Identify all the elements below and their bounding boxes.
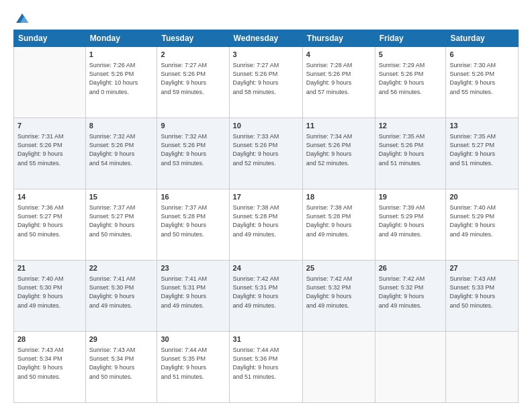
- day-number: 31: [233, 334, 299, 345]
- weekday-tuesday: Tuesday: [157, 30, 229, 47]
- day-number: 7: [17, 121, 82, 131]
- weekday-header-row: SundayMondayTuesdayWednesdayThursdayFrid…: [14, 30, 519, 47]
- day-cell: [14, 47, 86, 118]
- day-number: 21: [17, 263, 82, 273]
- week-row-1: 1Sunrise: 7:26 AM Sunset: 5:26 PM Daylig…: [14, 47, 519, 118]
- header: [13, 11, 519, 23]
- day-info: Sunrise: 7:42 AM Sunset: 5:31 PM Dayligh…: [233, 275, 299, 310]
- calendar-table: SundayMondayTuesdayWednesdayThursdayFrid…: [13, 30, 519, 403]
- day-number: 29: [89, 334, 154, 345]
- day-number: 19: [379, 192, 443, 202]
- day-info: Sunrise: 7:39 AM Sunset: 5:29 PM Dayligh…: [379, 203, 443, 238]
- day-info: Sunrise: 7:38 AM Sunset: 5:28 PM Dayligh…: [233, 203, 299, 238]
- day-cell: 9Sunrise: 7:32 AM Sunset: 5:26 PM Daylig…: [157, 118, 229, 189]
- day-cell: 8Sunrise: 7:32 AM Sunset: 5:26 PM Daylig…: [85, 118, 157, 189]
- day-cell: [302, 332, 375, 403]
- logo-icon: [15, 11, 30, 26]
- day-number: 3: [233, 50, 299, 60]
- day-cell: 20Sunrise: 7:40 AM Sunset: 5:29 PM Dayli…: [446, 189, 519, 261]
- day-number: 16: [161, 192, 225, 202]
- day-number: 18: [306, 192, 371, 202]
- day-number: 27: [449, 263, 515, 273]
- day-number: 15: [89, 192, 154, 202]
- day-info: Sunrise: 7:41 AM Sunset: 5:30 PM Dayligh…: [89, 275, 154, 310]
- day-number: 22: [89, 263, 154, 273]
- day-info: Sunrise: 7:43 AM Sunset: 5:34 PM Dayligh…: [89, 346, 154, 381]
- day-number: 12: [379, 121, 443, 131]
- weekday-thursday: Thursday: [302, 30, 375, 47]
- day-number: 6: [449, 50, 515, 60]
- day-number: 26: [379, 263, 443, 273]
- day-cell: 29Sunrise: 7:43 AM Sunset: 5:34 PM Dayli…: [85, 332, 157, 403]
- day-cell: 30Sunrise: 7:44 AM Sunset: 5:35 PM Dayli…: [157, 332, 229, 403]
- day-number: 11: [306, 121, 371, 131]
- day-info: Sunrise: 7:41 AM Sunset: 5:31 PM Dayligh…: [161, 275, 225, 310]
- day-cell: 3Sunrise: 7:27 AM Sunset: 5:26 PM Daylig…: [229, 47, 302, 118]
- day-info: Sunrise: 7:35 AM Sunset: 5:27 PM Dayligh…: [449, 132, 515, 167]
- day-cell: [375, 332, 446, 403]
- day-info: Sunrise: 7:33 AM Sunset: 5:26 PM Dayligh…: [233, 132, 299, 167]
- day-info: Sunrise: 7:44 AM Sunset: 5:36 PM Dayligh…: [233, 346, 299, 381]
- day-cell: 5Sunrise: 7:29 AM Sunset: 5:26 PM Daylig…: [375, 47, 446, 118]
- day-number: 20: [449, 192, 515, 202]
- day-cell: 2Sunrise: 7:27 AM Sunset: 5:26 PM Daylig…: [157, 47, 229, 118]
- weekday-saturday: Saturday: [446, 30, 519, 47]
- day-number: 14: [17, 192, 82, 202]
- page: SundayMondayTuesdayWednesdayThursdayFrid…: [0, 0, 532, 411]
- week-row-5: 28Sunrise: 7:43 AM Sunset: 5:34 PM Dayli…: [14, 332, 519, 403]
- day-number: 2: [161, 50, 225, 60]
- day-cell: 4Sunrise: 7:28 AM Sunset: 5:26 PM Daylig…: [302, 47, 375, 118]
- day-info: Sunrise: 7:42 AM Sunset: 5:32 PM Dayligh…: [306, 275, 371, 310]
- day-cell: 18Sunrise: 7:38 AM Sunset: 5:28 PM Dayli…: [302, 189, 375, 261]
- day-info: Sunrise: 7:34 AM Sunset: 5:26 PM Dayligh…: [306, 132, 371, 167]
- day-cell: 24Sunrise: 7:42 AM Sunset: 5:31 PM Dayli…: [229, 261, 302, 332]
- day-info: Sunrise: 7:30 AM Sunset: 5:26 PM Dayligh…: [449, 61, 515, 96]
- weekday-monday: Monday: [85, 30, 157, 47]
- day-cell: 27Sunrise: 7:43 AM Sunset: 5:33 PM Dayli…: [446, 261, 519, 332]
- day-cell: 15Sunrise: 7:37 AM Sunset: 5:27 PM Dayli…: [85, 189, 157, 261]
- day-number: 9: [161, 121, 225, 131]
- day-info: Sunrise: 7:38 AM Sunset: 5:28 PM Dayligh…: [306, 203, 371, 238]
- weekday-wednesday: Wednesday: [229, 30, 302, 47]
- day-cell: 17Sunrise: 7:38 AM Sunset: 5:28 PM Dayli…: [229, 189, 302, 261]
- week-row-3: 14Sunrise: 7:36 AM Sunset: 5:27 PM Dayli…: [14, 189, 519, 261]
- day-info: Sunrise: 7:31 AM Sunset: 5:26 PM Dayligh…: [17, 132, 82, 167]
- day-number: 8: [89, 121, 154, 131]
- day-number: 28: [17, 334, 82, 345]
- day-info: Sunrise: 7:27 AM Sunset: 5:26 PM Dayligh…: [161, 61, 225, 96]
- day-info: Sunrise: 7:40 AM Sunset: 5:30 PM Dayligh…: [17, 275, 82, 310]
- day-cell: 13Sunrise: 7:35 AM Sunset: 5:27 PM Dayli…: [446, 118, 519, 189]
- day-info: Sunrise: 7:28 AM Sunset: 5:26 PM Dayligh…: [306, 61, 371, 96]
- day-number: 25: [306, 263, 371, 273]
- day-cell: 26Sunrise: 7:42 AM Sunset: 5:32 PM Dayli…: [375, 261, 446, 332]
- day-info: Sunrise: 7:44 AM Sunset: 5:35 PM Dayligh…: [161, 346, 225, 381]
- day-info: Sunrise: 7:32 AM Sunset: 5:26 PM Dayligh…: [89, 132, 154, 167]
- day-cell: 16Sunrise: 7:37 AM Sunset: 5:28 PM Dayli…: [157, 189, 229, 261]
- day-cell: 19Sunrise: 7:39 AM Sunset: 5:29 PM Dayli…: [375, 189, 446, 261]
- day-info: Sunrise: 7:32 AM Sunset: 5:26 PM Dayligh…: [161, 132, 225, 167]
- day-cell: 14Sunrise: 7:36 AM Sunset: 5:27 PM Dayli…: [14, 189, 86, 261]
- day-number: 4: [306, 50, 371, 60]
- week-row-2: 7Sunrise: 7:31 AM Sunset: 5:26 PM Daylig…: [14, 118, 519, 189]
- day-info: Sunrise: 7:37 AM Sunset: 5:28 PM Dayligh…: [161, 203, 225, 238]
- day-number: 17: [233, 192, 299, 202]
- day-info: Sunrise: 7:36 AM Sunset: 5:27 PM Dayligh…: [17, 203, 82, 238]
- day-cell: 12Sunrise: 7:35 AM Sunset: 5:26 PM Dayli…: [375, 118, 446, 189]
- day-number: 13: [449, 121, 515, 131]
- day-cell: 23Sunrise: 7:41 AM Sunset: 5:31 PM Dayli…: [157, 261, 229, 332]
- day-info: Sunrise: 7:27 AM Sunset: 5:26 PM Dayligh…: [233, 61, 299, 96]
- day-cell: 21Sunrise: 7:40 AM Sunset: 5:30 PM Dayli…: [14, 261, 86, 332]
- day-cell: 1Sunrise: 7:26 AM Sunset: 5:26 PM Daylig…: [85, 47, 157, 118]
- day-cell: [446, 332, 519, 403]
- day-number: 30: [161, 334, 225, 345]
- logo: [13, 11, 30, 23]
- weekday-sunday: Sunday: [14, 30, 86, 47]
- day-cell: 6Sunrise: 7:30 AM Sunset: 5:26 PM Daylig…: [446, 47, 519, 118]
- day-cell: 7Sunrise: 7:31 AM Sunset: 5:26 PM Daylig…: [14, 118, 86, 189]
- day-number: 24: [233, 263, 299, 273]
- day-number: 5: [379, 50, 443, 60]
- weekday-friday: Friday: [375, 30, 446, 47]
- day-cell: 11Sunrise: 7:34 AM Sunset: 5:26 PM Dayli…: [302, 118, 375, 189]
- day-cell: 31Sunrise: 7:44 AM Sunset: 5:36 PM Dayli…: [229, 332, 302, 403]
- day-info: Sunrise: 7:29 AM Sunset: 5:26 PM Dayligh…: [379, 61, 443, 96]
